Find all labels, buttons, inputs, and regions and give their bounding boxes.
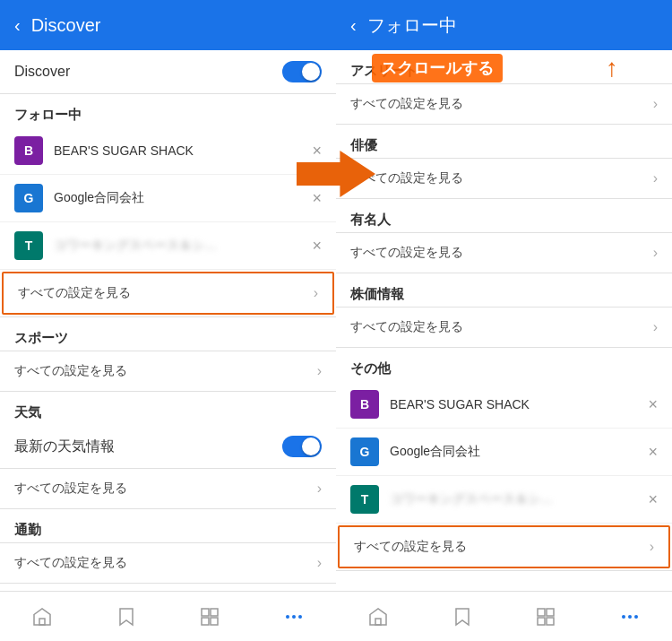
right-nav-more[interactable] xyxy=(619,606,641,628)
weather-see-all-label: すべての設定を見る xyxy=(14,481,127,497)
weather-title: 天気 xyxy=(0,392,336,425)
list-item: G Google合同会社 × xyxy=(0,175,336,222)
right-panel: ‹ フォロー中 アスリート スクロールする すべての設定を見る › ↑ 俳優 す… xyxy=(336,0,672,641)
weather-section: 天気 最新の天気情報 すべての設定を見る › xyxy=(0,392,336,509)
other-section: その他 B BEAR'S SUGAR SHACK × G Google合同会社 … xyxy=(336,348,672,571)
commute-see-all[interactable]: すべての設定を見る › xyxy=(0,542,336,583)
right-title: フォロー中 xyxy=(367,13,457,38)
left-nav-grid[interactable] xyxy=(199,606,220,628)
left-title: Discover xyxy=(31,15,101,36)
left-nav-bookmark[interactable] xyxy=(116,606,137,628)
follow-section: フォロー中 B BEAR'S SUGAR SHACK × G Google合同会… xyxy=(0,94,336,317)
list-item: T コワーキングスペース＆シ… × xyxy=(336,476,672,524)
other-teal-text: コワーキングスペース＆シ… xyxy=(390,491,641,507)
scroll-annotation: スクロールする xyxy=(372,54,503,82)
weather-toggle[interactable] xyxy=(282,436,322,457)
list-item: B BEAR'S SUGAR SHACK × xyxy=(0,127,336,175)
left-panel: ‹ Discover Discover フォロー中 B BEAR'S SUGAR… xyxy=(0,0,336,641)
stock-see-all[interactable]: すべての設定を見る › xyxy=(336,307,672,347)
svg-rect-10 xyxy=(547,609,554,616)
commute-chevron-icon: › xyxy=(317,555,322,571)
follow-section-title: フォロー中 xyxy=(0,94,336,127)
teal-text: コワーキングスペース＆シ… xyxy=(54,238,305,254)
discover-toggle[interactable] xyxy=(282,61,322,82)
svg-rect-2 xyxy=(211,609,218,616)
bear-close[interactable]: × xyxy=(312,142,322,160)
left-header: ‹ Discover xyxy=(0,0,336,50)
svg-point-14 xyxy=(628,615,632,619)
right-nav-grid[interactable] xyxy=(535,606,556,628)
sports-see-all[interactable]: すべての設定を見る › xyxy=(0,351,336,391)
other-bear-close[interactable]: × xyxy=(648,395,658,414)
discover-toggle-row: Discover xyxy=(0,50,336,94)
actor-chevron-icon: › xyxy=(653,170,658,186)
weather-sub-label: 最新の天気情報 xyxy=(14,437,115,456)
left-back-button[interactable]: ‹ xyxy=(14,15,21,36)
weather-toggle-row: 最新の天気情報 xyxy=(0,425,336,468)
list-item: T コワーキングスペース＆シ… × xyxy=(0,222,336,270)
sports-title: スポーツ xyxy=(0,317,336,351)
svg-point-13 xyxy=(622,615,625,619)
right-scroll-area[interactable]: アスリート スクロールする すべての設定を見る › ↑ 俳優 すべての設定を見る… xyxy=(336,50,672,591)
right-bottom-nav xyxy=(336,591,672,641)
celebrity-title: 有名人 xyxy=(336,199,672,232)
other-bear-icon: B xyxy=(350,390,379,419)
right-back-button[interactable]: ‹ xyxy=(350,15,357,36)
right-nav-home[interactable] xyxy=(367,606,389,628)
svg-rect-8 xyxy=(375,619,381,625)
athlete-chevron-icon: › xyxy=(653,96,658,112)
svg-point-5 xyxy=(286,615,289,619)
left-nav-more[interactable] xyxy=(283,606,305,628)
actor-see-all[interactable]: すべての設定を見る › xyxy=(336,158,672,198)
svg-point-7 xyxy=(298,615,302,619)
right-nav-bookmark[interactable] xyxy=(452,606,473,628)
up-arrow-icon: ↑ xyxy=(606,54,618,82)
commute-section: 通勤 すべての設定を見る › xyxy=(0,509,336,584)
svg-point-6 xyxy=(292,615,296,619)
list-item: G Google合同会社 × xyxy=(336,429,672,476)
stock-chevron-icon: › xyxy=(653,319,658,335)
celebrity-see-all-label: すべての設定を見る xyxy=(350,245,463,261)
follow-chevron-icon: › xyxy=(314,285,318,301)
google-icon: G xyxy=(14,184,43,212)
athlete-section: アスリート スクロールする すべての設定を見る › ↑ xyxy=(336,50,672,125)
celebrity-see-all[interactable]: すべての設定を見る › xyxy=(336,232,672,273)
svg-rect-3 xyxy=(202,618,209,625)
athlete-see-all-label: すべての設定を見る xyxy=(350,96,463,112)
svg-rect-12 xyxy=(547,618,554,625)
sports-section: スポーツ すべての設定を見る › xyxy=(0,317,336,392)
other-bear-text: BEAR'S SUGAR SHACK xyxy=(390,397,641,411)
bear-icon: B xyxy=(14,136,43,165)
discover-toggle-label: Discover xyxy=(14,64,70,80)
svg-rect-9 xyxy=(538,609,545,616)
follow-see-all[interactable]: すべての設定を見る › xyxy=(2,272,334,315)
other-google-icon: G xyxy=(350,437,379,466)
left-bottom-nav xyxy=(0,591,336,641)
athlete-see-all[interactable]: すべての設定を見る › ↑ xyxy=(336,83,672,124)
other-google-close[interactable]: × xyxy=(648,443,658,462)
other-see-all-label: すべての設定を見る xyxy=(354,539,467,555)
sports-chevron-icon: › xyxy=(317,363,322,379)
weather-see-all[interactable]: すべての設定を見る › xyxy=(0,468,336,508)
other-see-all[interactable]: すべての設定を見る › xyxy=(338,525,670,568)
teal-close[interactable]: × xyxy=(312,237,322,256)
other-title: その他 xyxy=(336,348,672,381)
svg-point-15 xyxy=(634,615,638,619)
bear-text: BEAR'S SUGAR SHACK xyxy=(54,143,305,158)
left-scroll-area[interactable]: Discover フォロー中 B BEAR'S SUGAR SHACK × G … xyxy=(0,50,336,591)
follow-see-all-label: すべての設定を見る xyxy=(18,285,131,301)
google-close[interactable]: × xyxy=(312,189,322,208)
celebrity-chevron-icon: › xyxy=(653,245,658,261)
stock-title: 株価情報 xyxy=(336,273,672,307)
other-teal-close[interactable]: × xyxy=(648,490,658,509)
other-chevron-icon: › xyxy=(650,539,654,555)
commute-title: 通勤 xyxy=(0,509,336,542)
stock-section: 株価情報 すべての設定を見る › xyxy=(336,273,672,348)
right-header: ‹ フォロー中 xyxy=(336,0,672,50)
sports-see-all-label: すべての設定を見る xyxy=(14,363,127,379)
celebrity-section: 有名人 すべての設定を見る › xyxy=(336,199,672,273)
actor-section: 俳優 すべての設定を見る › xyxy=(336,125,672,199)
svg-rect-4 xyxy=(211,618,218,625)
svg-rect-1 xyxy=(202,609,209,616)
left-nav-home[interactable] xyxy=(31,606,53,628)
